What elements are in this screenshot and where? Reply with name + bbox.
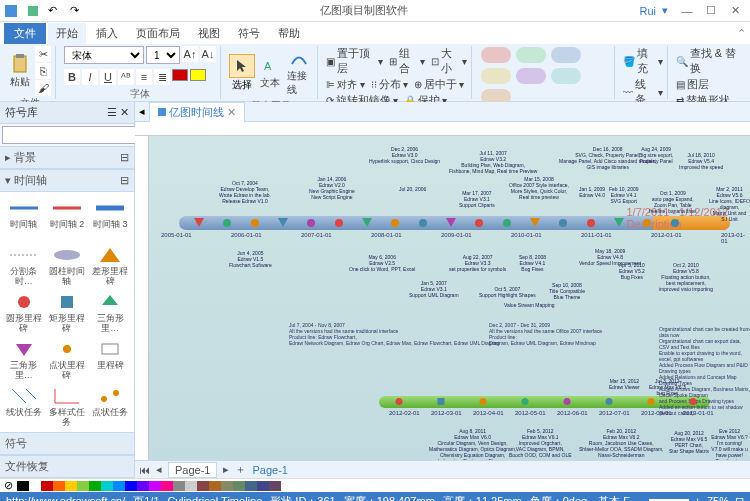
- connector-tool[interactable]: 连接线: [285, 46, 313, 99]
- milestone-marker-2[interactable]: [606, 398, 613, 405]
- milestone-marker[interactable]: [194, 218, 204, 227]
- milestone-marker[interactable]: [446, 218, 456, 227]
- milestone-marker[interactable]: [362, 218, 372, 227]
- style-4[interactable]: [481, 68, 511, 84]
- color-swatch[interactable]: [137, 481, 149, 491]
- milestone-marker[interactable]: [503, 219, 511, 227]
- color-swatch[interactable]: [149, 481, 161, 491]
- no-color-icon[interactable]: ⊘: [4, 479, 13, 492]
- tab-symbol[interactable]: 符号: [230, 23, 268, 44]
- font-family-select[interactable]: 宋体: [64, 46, 144, 64]
- color-swatch[interactable]: [221, 481, 233, 491]
- color-swatch[interactable]: [101, 481, 113, 491]
- shape-item[interactable]: 三角形里…: [3, 336, 44, 381]
- style-3[interactable]: [551, 47, 581, 63]
- callout-2[interactable]: Aug 8, 2011Edraw Max V6.0Circular Diagra…: [429, 428, 516, 460]
- canvas[interactable]: 1/7/2011 - 1/12/2012Description 2005-01-…: [149, 136, 750, 460]
- status-view[interactable]: 基本 F: [598, 494, 630, 502]
- milestone-marker-2[interactable]: [480, 398, 487, 405]
- shape-item[interactable]: 分割条时…: [3, 242, 44, 287]
- milestone-marker[interactable]: [671, 219, 679, 227]
- color-swatch[interactable]: [197, 481, 209, 491]
- style-2[interactable]: [516, 47, 546, 63]
- fit-icon[interactable]: ⊡: [735, 495, 744, 502]
- milestone-marker-2[interactable]: [648, 398, 655, 405]
- close-tab-icon[interactable]: ✕: [227, 106, 236, 119]
- milestone-marker-2[interactable]: [564, 398, 571, 405]
- callout[interactable]: Feb 10, 2009Edraw V4.1SVG Export: [609, 186, 638, 204]
- callout[interactable]: Aug 24, 2009Big size export,Property Pan…: [639, 146, 673, 164]
- font-size-select[interactable]: 10: [146, 46, 180, 64]
- layer-button[interactable]: ▤ 图层: [676, 77, 709, 92]
- callout[interactable]: Sep 10, 2008Title CompatibleBlue Theme: [549, 282, 585, 300]
- milestone-marker[interactable]: [475, 219, 483, 227]
- callout-2[interactable]: Aug 20, 2012Edraw Max V6.5PERT Chart,Sta…: [669, 430, 709, 454]
- color-swatch[interactable]: [269, 481, 281, 491]
- milestone-marker[interactable]: [530, 218, 540, 227]
- zoom-in-icon[interactable]: +: [695, 495, 701, 501]
- milestone-marker[interactable]: [391, 219, 399, 227]
- ribbon-collapse-icon[interactable]: ⌃: [737, 27, 746, 40]
- color-swatch[interactable]: [113, 481, 125, 491]
- size-button[interactable]: ⊡ 大小 ▾: [431, 46, 467, 76]
- callout[interactable]: Oct 1, 2009auto page Expand,Zoom Pan, Ta…: [649, 190, 697, 214]
- fill-button[interactable]: 🪣 填充 ▾: [623, 46, 663, 76]
- align-button[interactable]: ≣: [154, 69, 170, 85]
- callout[interactable]: Aug 22, 2007Edraw V3.3set properties for…: [449, 254, 506, 272]
- color-swatch[interactable]: [53, 481, 65, 491]
- shape-item[interactable]: 时间轴 3: [90, 195, 131, 240]
- milestone-marker[interactable]: [278, 218, 288, 227]
- find-replace-button[interactable]: 🔍 查找 & 替换: [676, 46, 742, 76]
- style-1[interactable]: [481, 47, 511, 63]
- color-swatch[interactable]: [161, 481, 173, 491]
- callout[interactable]: Jan 1, 2009Edraw V4.0: [579, 186, 605, 198]
- note[interactable]: Jul 7, 2004 - Nov 8, 2007All the version…: [289, 322, 500, 346]
- center-button[interactable]: ⊕ 居中于 ▾: [414, 77, 464, 92]
- shape-item[interactable]: 点状任务: [90, 383, 131, 428]
- shape-item[interactable]: 时间轴: [3, 195, 44, 240]
- shape-item[interactable]: 时间轴 2: [46, 195, 87, 240]
- paste-button[interactable]: 粘贴: [8, 52, 32, 91]
- callout[interactable]: Jul 18, 2010Edraw V5.4Improved the speed: [679, 152, 723, 170]
- color-swatch[interactable]: [29, 481, 41, 491]
- page-next-icon[interactable]: ▸: [223, 463, 229, 476]
- color-swatch[interactable]: [125, 481, 137, 491]
- close-button[interactable]: ✕: [724, 3, 746, 19]
- color-swatch[interactable]: [185, 481, 197, 491]
- cut-button[interactable]: ✂: [35, 46, 51, 62]
- page-first-icon[interactable]: ⏮: [139, 464, 150, 476]
- group-button[interactable]: ⊞ 组合 ▾: [389, 46, 425, 76]
- callout[interactable]: Mar 2, 2011Edraw V5.6Line Icons, IDEFO d…: [709, 186, 750, 222]
- distribute-button[interactable]: ⁝⁝ 分布 ▾: [371, 77, 408, 92]
- shape-item[interactable]: 差形里程碑: [90, 242, 131, 287]
- callout[interactable]: Mar 15, 2008Office 2007 Style interface,…: [509, 176, 569, 200]
- strike-button[interactable]: ᴬᴮ: [118, 69, 134, 85]
- shape-item[interactable]: 点状里程碑: [46, 336, 87, 381]
- format-painter-button[interactable]: 🖌: [35, 80, 51, 96]
- page-add-icon[interactable]: ＋: [235, 462, 246, 477]
- callout[interactable]: Mar 17, 2007Edraw V3.1Support Cliparts: [459, 190, 495, 208]
- milestone-marker-2[interactable]: [690, 398, 697, 405]
- milestone-marker-2[interactable]: [438, 398, 445, 405]
- accordion-bg[interactable]: ▸ 背景⊟: [0, 146, 134, 169]
- callout[interactable]: Jul 20, 2006: [399, 186, 426, 192]
- callout[interactable]: Apr 5, 2010Edraw V5.2Bug Fixes: [619, 262, 645, 280]
- tab-insert[interactable]: 插入: [88, 23, 126, 44]
- underline-button[interactable]: U: [100, 69, 116, 85]
- sidebar-recover[interactable]: 文件恢复: [0, 455, 134, 478]
- milestone-marker[interactable]: [559, 219, 567, 227]
- bring-front-button[interactable]: ▣ 置于顶层 ▾: [326, 46, 383, 76]
- color-swatch[interactable]: [233, 481, 245, 491]
- callout[interactable]: Sep 8, 2008Edraw V4.1Bug Fixes: [519, 254, 546, 272]
- shape-item[interactable]: 里程碑: [90, 336, 131, 381]
- callout-2[interactable]: Jul 3, 2012Edraw Max V6.3bug Fixes: [649, 378, 686, 396]
- user-name[interactable]: Rui: [639, 5, 656, 17]
- color-swatch[interactable]: [65, 481, 77, 491]
- redo-icon[interactable]: ↷: [70, 4, 84, 18]
- callout[interactable]: Jan 5, 2007Edraw V3.1Support UML Diagram: [409, 280, 459, 298]
- grow-font-button[interactable]: A↑: [182, 46, 198, 62]
- color-swatch[interactable]: [17, 481, 29, 491]
- shape-item[interactable]: 多样式任务: [46, 383, 87, 428]
- user-dropdown-icon[interactable]: ▾: [662, 4, 668, 17]
- callout[interactable]: Oct 7, 2004Edraw Develop Team,Wrote Edra…: [219, 180, 271, 204]
